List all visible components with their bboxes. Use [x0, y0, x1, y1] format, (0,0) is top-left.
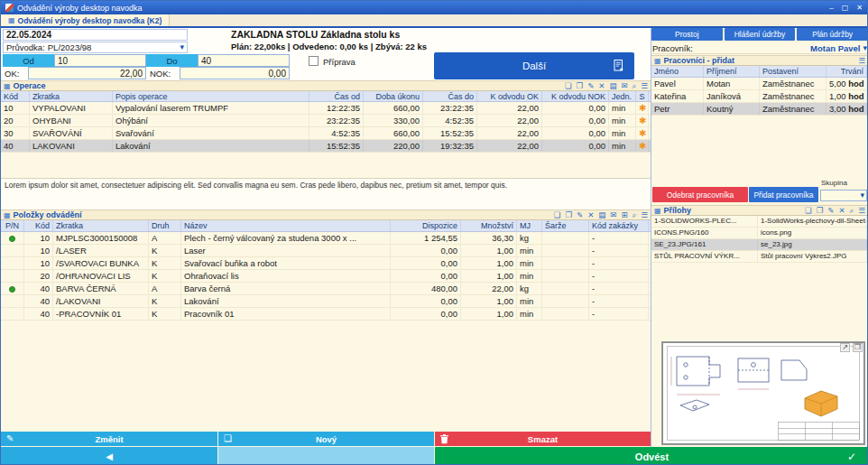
column-header[interactable]: Postavení: [760, 66, 826, 77]
attachment-row[interactable]: 1-SOLIDWORKS-PLEC...1-SolidWorks-plechov…: [651, 216, 868, 228]
cell-trvani: 5,00 hod: [826, 78, 867, 89]
open-external-icon[interactable]: ↗: [840, 343, 850, 352]
zoom-icon[interactable]: ⌕: [633, 211, 637, 219]
operace-row[interactable]: 10VYPALOVANIVypalování laserem TRUMPF12:…: [1, 102, 651, 115]
polozky-row[interactable]: 10MJPLSC3000150008APlech - černý válcova…: [1, 232, 651, 245]
column-header[interactable]: MJ: [517, 220, 542, 231]
attachment-row[interactable]: SE_23.JPG/161se_23.jpg: [651, 239, 868, 251]
column-header[interactable]: Množství: [461, 220, 517, 231]
add-worker-button[interactable]: Přidat pracovníka: [749, 187, 818, 202]
column-header[interactable]: Název: [181, 220, 391, 231]
pracovnik-row[interactable]: KateřinaJaníkováZaměstnanec1,00 hod: [651, 90, 868, 103]
close-icon[interactable]: ✕: [856, 1, 863, 14]
delete-button[interactable]: Smazat: [435, 432, 651, 446]
edit-icon[interactable]: ✎: [827, 207, 834, 215]
column-header[interactable]: Doba úkonu: [364, 91, 423, 101]
print-icon[interactable]: ▤: [598, 211, 605, 219]
change-button[interactable]: ✎ Změnit: [1, 432, 217, 446]
polozky-row[interactable]: 10/LASERKLaser0,001,00min-: [1, 245, 651, 257]
pruvodka-field[interactable]: Průvodka: PL/2023/98 ▾: [3, 42, 188, 53]
column-header[interactable]: Dispozice: [391, 220, 461, 231]
column-header[interactable]: P/N: [1, 220, 24, 231]
column-header[interactable]: S: [636, 91, 649, 101]
new-icon[interactable]: ❏: [565, 82, 572, 90]
column-header[interactable]: K odvodu OK: [477, 91, 542, 101]
menu-icon[interactable]: ☰: [641, 211, 648, 219]
nav-back-button[interactable]: ◀: [1, 447, 217, 465]
priprava-checkbox[interactable]: [309, 56, 319, 66]
column-header[interactable]: Druh: [149, 220, 181, 231]
attachment-row[interactable]: STŮL PRACOVNÍ VÝKR...Stůl pracovní Výkre…: [651, 251, 868, 263]
polozky-row[interactable]: 20/OHRANOVACI LISKOhraňovací lis0,001,00…: [1, 270, 651, 283]
tab-odvadeni-vyroby[interactable]: ▦ Odvádění výroby desktop navodka (K2): [1, 14, 170, 26]
do-input[interactable]: [198, 54, 290, 67]
polozky-row[interactable]: 10/SVAROVACI BUNKAKSvařovací buňka a rob…: [1, 257, 651, 270]
prostoj-button[interactable]: Prostoj: [651, 28, 723, 41]
column-header[interactable]: Příjmení: [704, 66, 760, 77]
zoom-icon[interactable]: ⌕: [850, 207, 854, 215]
print-icon[interactable]: ▤: [609, 82, 616, 90]
menu-icon[interactable]: ☰: [858, 57, 865, 65]
submit-button[interactable]: Odvést ✓: [435, 447, 868, 465]
column-header[interactable]: Popis operace: [113, 91, 309, 101]
dalsi-button[interactable]: Další: [434, 52, 634, 79]
worker-select[interactable]: Motan Pavel ▾: [810, 43, 867, 53]
operace-row[interactable]: 20OHYBANIOhýbání23:22:35330,004:52:3522,…: [1, 115, 651, 127]
column-header[interactable]: Kód: [24, 220, 53, 231]
chevron-down-icon[interactable]: ▾: [180, 43, 184, 51]
column-header[interactable]: Šarže: [542, 220, 589, 231]
cell-mj: min: [517, 257, 542, 269]
cell-zkratka: -PRACOVNÍK 01: [53, 308, 149, 320]
polozky-row[interactable]: 40-PRACOVNÍK 01KPracovník 010,001,00min-: [1, 308, 651, 321]
column-header[interactable]: Jedn.: [609, 91, 636, 101]
maximize-icon[interactable]: ▢: [842, 1, 849, 14]
column-header[interactable]: K odvodu NOK: [542, 91, 609, 101]
grid-icon[interactable]: ⊞: [621, 211, 627, 219]
new-button[interactable]: ❏ Nový: [218, 432, 434, 446]
column-header[interactable]: Čas do: [423, 91, 477, 101]
od-input[interactable]: [54, 54, 146, 67]
polozky-row[interactable]: 40/LAKOVANIKLakování0,001,00min-: [1, 295, 651, 308]
column-header[interactable]: Zkratka: [30, 91, 113, 101]
group-select[interactable]: ▾: [820, 190, 867, 201]
operace-row[interactable]: 30SVAŘOVÁNÍSvařování4:52:35660,0015:52:3…: [1, 127, 651, 140]
operace-row[interactable]: 40LAKOVANILakování15:52:35220,0019:32:35…: [1, 140, 651, 153]
chevron-down-icon: ▾: [863, 44, 867, 52]
fullscreen-icon[interactable]: ❐: [853, 343, 863, 352]
export-icon[interactable]: ✉: [610, 211, 616, 219]
menu-icon[interactable]: ☰: [641, 82, 648, 90]
remove-worker-button[interactable]: Odebrat pracovníka: [652, 187, 748, 202]
column-header[interactable]: Zkratka: [53, 220, 149, 231]
column-header[interactable]: Kód zakázky: [589, 220, 649, 231]
minimize-icon[interactable]: –: [829, 1, 833, 14]
cell-druh: K: [149, 257, 181, 269]
maintenance-report-button[interactable]: Hlášení údržby: [725, 28, 796, 41]
column-header[interactable]: Jméno: [651, 66, 704, 77]
copy-icon[interactable]: ❐: [817, 207, 824, 215]
new-icon[interactable]: ❏: [805, 207, 812, 215]
column-header[interactable]: Kód: [1, 91, 30, 101]
column-header[interactable]: Čas od: [309, 91, 364, 101]
zoom-icon[interactable]: ⌕: [633, 82, 637, 90]
delete-icon[interactable]: ✕: [838, 207, 845, 215]
date-field[interactable]: 22.05.2024: [3, 29, 188, 41]
delete-icon[interactable]: ✕: [598, 82, 605, 90]
menu-icon[interactable]: ☰: [858, 207, 865, 215]
cell-druh: K: [149, 270, 181, 282]
copy-icon[interactable]: ❐: [577, 82, 584, 90]
pracovnik-row[interactable]: PavelMotanZaměstnanec5,00 hod: [651, 78, 868, 90]
green-dot-icon: [9, 236, 15, 242]
column-header[interactable]: Trvání: [826, 66, 867, 77]
ok-input[interactable]: [28, 67, 146, 79]
polozky-row[interactable]: 40BARVA ČERNÁABarva černá480,0022,00kg-: [1, 283, 651, 295]
maintenance-plan-button[interactable]: Plán údržby: [797, 28, 868, 41]
nok-input[interactable]: [180, 67, 290, 79]
export-icon[interactable]: ✉: [621, 82, 627, 90]
delete-icon[interactable]: ✕: [587, 211, 594, 219]
copy-icon[interactable]: ❐: [565, 211, 572, 219]
edit-icon[interactable]: ✎: [587, 82, 594, 90]
pracovnik-row[interactable]: PetrKoutnýZaměstnanec3,00 hod: [651, 103, 868, 116]
edit-icon[interactable]: ✎: [577, 211, 583, 219]
new-icon[interactable]: ❏: [554, 211, 561, 219]
attachment-row[interactable]: ICONS.PNG/160icons.png: [651, 228, 868, 239]
